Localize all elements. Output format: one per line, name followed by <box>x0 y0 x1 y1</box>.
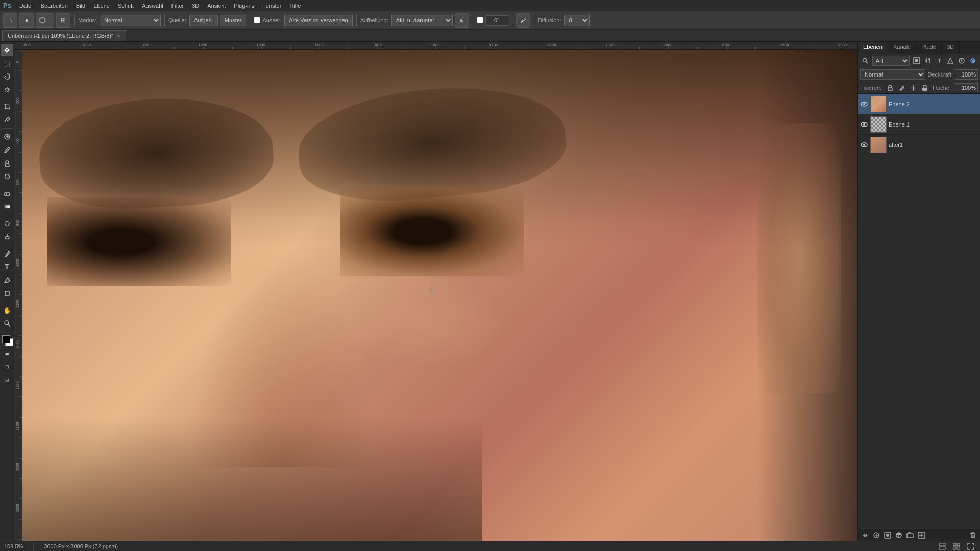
layer-group-btn[interactable] <box>905 530 915 540</box>
aufgen-btn[interactable]: Aufgen. <box>189 15 218 26</box>
menu-datei[interactable]: Datei <box>15 2 37 10</box>
lock-transparent-btn[interactable] <box>886 83 894 92</box>
menu-hilfe[interactable]: Hilfe <box>285 2 305 10</box>
layer-delete-btn[interactable] <box>968 530 978 540</box>
foreground-color[interactable] <box>1 334 13 346</box>
tab-3d[interactable]: 3D <box>942 42 960 54</box>
layer-adjustment-btn[interactable] <box>894 530 904 540</box>
aufhellung-select[interactable]: Akt. u. darunter <box>391 15 453 26</box>
menu-3d[interactable]: 3D <box>188 2 203 10</box>
layer-thumb-ebene2 <box>870 96 887 112</box>
canvas[interactable] <box>22 50 857 541</box>
menu-schrift[interactable]: Schrift <box>114 2 138 10</box>
ausser-checkbox[interactable] <box>254 17 260 23</box>
layer-name-ebene2: Ebene 2 <box>889 101 978 107</box>
layer-visibility-ebene2[interactable] <box>860 100 868 108</box>
layer-adjustment-icon[interactable] <box>923 56 933 66</box>
heal-tool-btn[interactable] <box>1 131 13 143</box>
menu-bearbeiten[interactable]: Bearbeiten <box>37 2 72 10</box>
tab-pfade[interactable]: Pfade <box>916 42 942 54</box>
tool-sep-7 <box>2 332 12 332</box>
layers-type-select[interactable]: Art <box>872 56 910 66</box>
opacity-input[interactable] <box>955 69 978 80</box>
menu-filter[interactable]: Filter <box>167 2 188 10</box>
hand-tool-btn[interactable]: ✋ <box>1 304 13 316</box>
lock-pixels-btn[interactable] <box>897 83 906 92</box>
exchange-colors-btn[interactable]: ⇄ <box>1 347 13 360</box>
brush-tool-btn[interactable] <box>1 144 13 156</box>
svg-rect-69 <box>907 534 913 538</box>
angle-input[interactable] <box>485 15 508 26</box>
layer-item-ebene2[interactable]: Ebene 2 <box>858 94 980 114</box>
clone-tool-btn[interactable] <box>1 157 13 169</box>
history-brush-btn[interactable] <box>1 170 13 183</box>
pen-tool-btn[interactable] <box>1 247 13 260</box>
dodge-tool-btn[interactable] <box>1 231 13 243</box>
text-tool-btn[interactable]: T <box>1 261 13 273</box>
layer-filter-active[interactable] <box>968 56 978 66</box>
status-fullscreen-btn[interactable] <box>966 541 976 552</box>
lasso-tool-btn[interactable] <box>1 70 13 83</box>
layer-shape-icon[interactable] <box>945 56 955 66</box>
separator-2 <box>164 14 165 27</box>
eyedropper-tool-btn[interactable] <box>1 114 13 126</box>
tab-close-btn[interactable]: ✕ <box>116 33 120 39</box>
svg-point-37 <box>863 58 867 62</box>
sample-all-btn[interactable]: ⊞ <box>455 13 469 28</box>
brush-toggle-btn[interactable]: 🖌 <box>516 13 530 28</box>
svg-point-20 <box>6 161 9 164</box>
gradient-tool-btn[interactable] <box>1 201 13 213</box>
layer-visibility-after1[interactable] <box>860 141 868 149</box>
layer-item-after1[interactable]: after1 <box>858 135 980 155</box>
alte-version-btn[interactable]: Alte Version verwenden <box>284 15 353 26</box>
extra-tool-2[interactable]: ⊟ <box>1 374 13 386</box>
align-checkbox[interactable] <box>477 17 483 23</box>
lock-all-btn[interactable] <box>921 83 929 92</box>
layer-link-btn[interactable] <box>860 530 870 540</box>
brush-options-btn[interactable]: ⊞ <box>56 13 70 28</box>
tool-sep-2 <box>2 128 12 129</box>
active-tab[interactable]: Unbenannt-1 bei 109% (Ebene 2, RGB/8)* ✕ <box>2 30 126 41</box>
selection-tool-btn[interactable]: ⬚ <box>1 57 13 69</box>
muster-btn[interactable]: Muster <box>220 15 247 26</box>
layer-visibility-ebene1[interactable] <box>860 120 868 129</box>
status-arrange-btn[interactable] <box>937 541 947 552</box>
menu-auswahl[interactable]: Auswahl <box>138 2 167 10</box>
modus-select[interactable]: Normal <box>100 15 161 26</box>
tab-kanaele[interactable]: Kanäle <box>888 42 916 54</box>
diffusion-select[interactable]: 8 <box>564 15 590 26</box>
zoom-tool-btn[interactable] <box>1 317 13 330</box>
layer-text-icon[interactable]: T <box>934 56 944 66</box>
move-tool-btn[interactable]: ✥ <box>1 44 13 56</box>
svg-rect-81 <box>957 547 960 549</box>
crop-tool-btn[interactable] <box>1 101 13 113</box>
eraser-tool-btn[interactable] <box>1 187 13 199</box>
layer-style-btn[interactable] <box>871 530 881 540</box>
layer-pixel-icon[interactable] <box>912 56 922 66</box>
layer-add-btn[interactable] <box>916 530 926 540</box>
brush-size-btn[interactable]: ● <box>19 13 34 28</box>
path-select-btn[interactable] <box>1 274 13 286</box>
fill-input[interactable] <box>955 83 978 92</box>
separator-3 <box>250 14 250 27</box>
brush-preset-btn[interactable] <box>36 13 54 28</box>
menu-plugins[interactable]: Plug-ins <box>230 2 258 10</box>
magic-wand-tool-btn[interactable] <box>1 84 13 96</box>
menu-ansicht[interactable]: Ansicht <box>203 2 230 10</box>
menu-ebene[interactable]: Ebene <box>89 2 114 10</box>
layer-mask-btn[interactable] <box>883 530 893 540</box>
home-btn[interactable]: ⌂ <box>3 13 17 28</box>
tab-ebenen[interactable]: Ebenen <box>858 42 888 54</box>
blur-tool-btn[interactable] <box>1 217 13 230</box>
svg-point-47 <box>961 61 962 62</box>
extra-tool-1[interactable]: ⊡ <box>1 361 13 373</box>
menu-bild[interactable]: Bild <box>72 2 89 10</box>
menu-fenster[interactable]: Fenster <box>258 2 285 10</box>
layer-item-ebene1[interactable]: Ebene 1 <box>858 114 980 135</box>
layer-mode-select[interactable]: Normal <box>860 69 925 80</box>
status-view-btn[interactable] <box>951 541 962 552</box>
shape-tool-btn[interactable] <box>1 287 13 299</box>
lock-position-btn[interactable] <box>909 83 918 92</box>
layer-smart-icon[interactable] <box>957 56 967 66</box>
svg-point-29 <box>5 321 9 325</box>
